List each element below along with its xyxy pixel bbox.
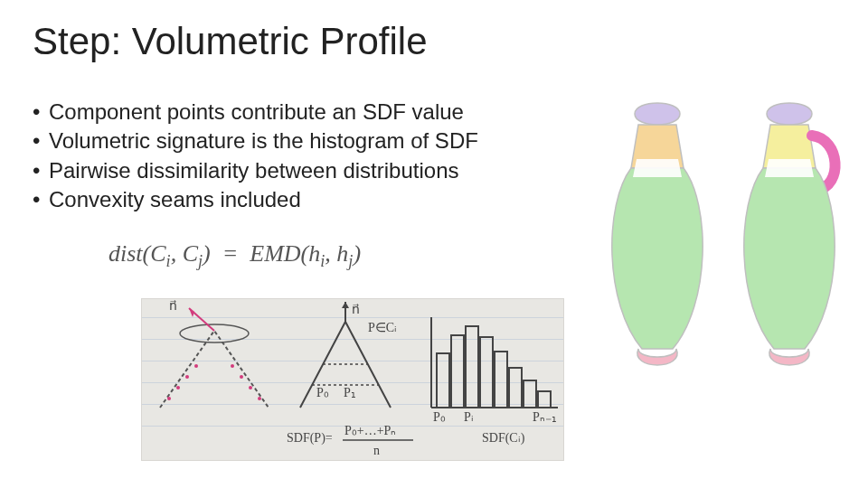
svg-rect-20 <box>480 337 493 408</box>
label-pn1: Pₙ₋₁ <box>533 410 557 424</box>
bullet-text: Volumetric signature is the histogram of… <box>49 127 478 155</box>
bullet-item: •Volumetric signature is the histogram o… <box>33 127 478 155</box>
svg-rect-23 <box>524 380 536 408</box>
svg-rect-22 <box>509 368 522 408</box>
sdf-sketch-figure: n⃗ n⃗ P∈Cᵢ P₀ P₁ P₀ Pᵢ P <box>141 298 564 461</box>
label-sdf-ci: SDF(Cᵢ) <box>482 431 525 446</box>
vase-left <box>612 103 703 365</box>
vase-lid <box>767 103 812 125</box>
svg-point-9 <box>249 386 252 389</box>
label-n-mid: n⃗ <box>352 303 360 316</box>
svg-rect-24 <box>538 391 551 408</box>
sketch-svg: n⃗ n⃗ P∈Cᵢ P₀ P₁ P₀ Pᵢ P <box>142 299 564 461</box>
svg-point-0 <box>180 324 249 343</box>
label-n-left: n⃗ <box>169 299 177 313</box>
label-p0: P₀ <box>316 386 329 399</box>
svg-point-5 <box>185 375 189 379</box>
bullet-item: •Pairwise dissimilarity between distribu… <box>33 156 478 185</box>
label-sdf-p: SDF(P)= <box>287 431 333 446</box>
vase-segmentation-figure <box>591 96 854 421</box>
bullet-text: Component points contribute an SDF value <box>49 98 464 127</box>
sketch-middle-cone: n⃗ P∈Cᵢ P₀ P₁ <box>300 302 397 408</box>
sketch-left-cone: n⃗ <box>160 299 269 408</box>
label-pi: Pᵢ <box>464 410 474 424</box>
svg-rect-18 <box>451 335 464 408</box>
slide-title: Step: Volumetric Profile <box>33 20 428 63</box>
label-frac-bot: n <box>373 444 380 457</box>
bullet-text: Convexity seams included <box>49 185 301 214</box>
svg-marker-12 <box>342 302 349 308</box>
svg-point-4 <box>176 386 180 389</box>
label-frac-top: P₀+…+Pₙ <box>344 424 396 437</box>
bullet-text: Pairwise dissimilarity between distribut… <box>49 156 459 185</box>
vase-right <box>744 103 835 365</box>
svg-point-3 <box>167 397 171 400</box>
svg-point-8 <box>240 375 243 379</box>
svg-rect-19 <box>466 326 478 408</box>
vase-lid <box>635 103 680 125</box>
label-p0b: P₀ <box>433 410 446 424</box>
vase-base <box>769 349 809 365</box>
bullet-item: •Convexity seams included <box>33 185 478 214</box>
svg-rect-17 <box>437 353 449 408</box>
vase-base <box>637 349 677 365</box>
bullet-list: •Component points contribute an SDF valu… <box>33 98 478 215</box>
vase-body <box>612 168 703 349</box>
svg-point-6 <box>194 364 198 368</box>
svg-point-10 <box>258 397 261 400</box>
sketch-histogram <box>431 317 558 408</box>
label-p1: P₁ <box>344 386 356 399</box>
bullet-item: •Component points contribute an SDF valu… <box>33 98 478 127</box>
label-p-in-c: P∈Cᵢ <box>368 321 397 334</box>
distance-formula: dist(Ci, Cj) = EMD(hi, hj) <box>108 240 361 271</box>
svg-rect-21 <box>495 352 507 408</box>
svg-point-7 <box>231 364 234 368</box>
vase-body <box>744 168 835 349</box>
